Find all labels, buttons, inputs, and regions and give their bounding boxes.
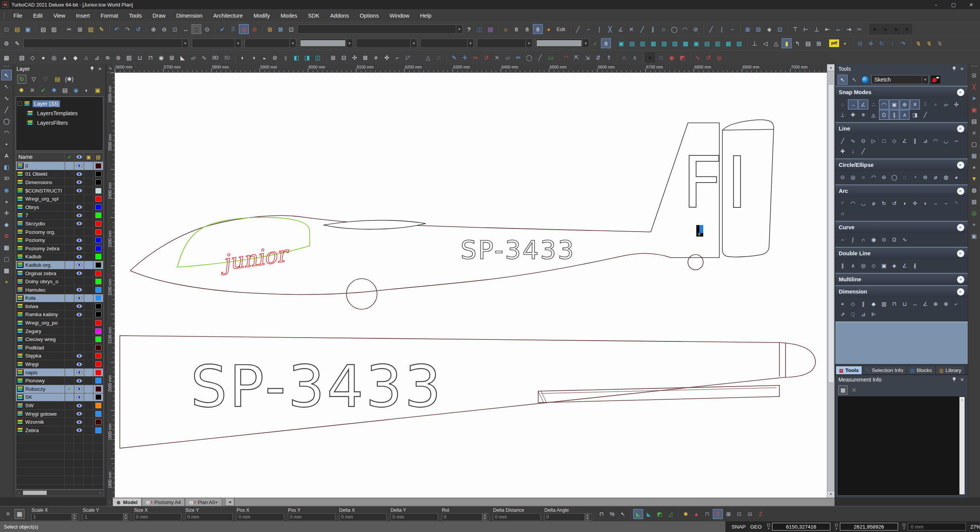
- scroll-down-icon[interactable]: ▼: [827, 491, 835, 498]
- snap-tri-2[interactable]: ◣: [644, 509, 654, 519]
- wp-grid[interactable]: ⊞: [814, 38, 824, 48]
- snap-no-snap[interactable]: ◌: [838, 100, 848, 109]
- sketch-circle[interactable]: ◯: [669, 24, 679, 34]
- percent-lock[interactable]: %: [607, 509, 617, 519]
- layer-active-check[interactable]: [65, 302, 74, 310]
- layer-filter[interactable]: ▽: [29, 75, 38, 84]
- erase-red[interactable]: ╳: [969, 81, 980, 92]
- circle-concentric[interactable]: ◎: [848, 172, 858, 182]
- dim-rotated[interactable]: ◆: [869, 299, 879, 309]
- coordinate-field[interactable]: x 6150,327416: [766, 523, 830, 530]
- name-column-header[interactable]: Name: [16, 154, 65, 160]
- layer-color-cell[interactable]: [93, 319, 103, 327]
- snap-center[interactable]: ⊕: [900, 100, 910, 109]
- circle-quarter[interactable]: ◔: [910, 172, 920, 182]
- prim-torus[interactable]: ◆: [70, 52, 80, 62]
- style-combo[interactable]: ▼: [23, 39, 189, 48]
- snap-intersection[interactable]: ✕: [910, 100, 920, 109]
- snap-tangent[interactable]: ✚: [848, 110, 858, 120]
- layer-active-check[interactable]: [65, 236, 74, 244]
- dim-parallel[interactable]: ◇: [848, 299, 858, 309]
- layer-active-check[interactable]: [65, 253, 74, 261]
- sheet-tab[interactable]: ▤2 Plan A0+: [185, 498, 222, 506]
- layer-lock-toggle[interactable]: [84, 178, 93, 186]
- cursor-black[interactable]: ➤: [645, 52, 655, 62]
- layer-active-check[interactable]: [65, 178, 74, 186]
- layer-active-check[interactable]: [65, 261, 74, 269]
- layer-visibility-toggle[interactable]: [74, 393, 84, 401]
- layer-active-check[interactable]: [65, 294, 74, 302]
- dark-shape[interactable]: ■: [969, 127, 980, 138]
- layer-select[interactable]: ✱: [50, 86, 59, 95]
- corner-tool[interactable]: ⌐: [392, 52, 402, 62]
- prim-panel[interactable]: ▥: [124, 52, 134, 62]
- array-path[interactable]: ⊠: [360, 52, 370, 62]
- workplane-5[interactable]: ▧: [659, 38, 669, 48]
- layer-active-check[interactable]: [65, 245, 74, 253]
- layer-active-check[interactable]: [65, 369, 74, 377]
- dim-incremental[interactable]: ↔: [910, 299, 920, 309]
- scrollbar-thumb[interactable]: [23, 491, 47, 495]
- render-tool[interactable]: ●: [1, 196, 12, 207]
- arc-rotate[interactable]: ↻: [879, 198, 889, 208]
- layer-visibility-toggle[interactable]: [74, 277, 84, 286]
- array-entity[interactable]: ⊡: [775, 24, 785, 34]
- open-file[interactable]: ▤: [12, 24, 22, 34]
- layer-visibility-toggle[interactable]: [74, 327, 84, 335]
- layer-row[interactable]: Żebra: [16, 426, 103, 435]
- mirror-entity[interactable]: ◈: [764, 24, 774, 34]
- smooth-arc[interactable]: ∩: [619, 52, 629, 62]
- menu-item[interactable]: Addons: [325, 13, 354, 19]
- zoom-in[interactable]: ⊕: [149, 24, 158, 34]
- quick-render[interactable]: ↯: [913, 38, 923, 48]
- loop-red[interactable]: ↺: [703, 52, 713, 62]
- point-tool[interactable]: •: [1, 139, 12, 149]
- edit-circle[interactable]: ◯: [524, 52, 534, 62]
- zoom-window[interactable]: ↔: [181, 24, 191, 34]
- layer-active-check[interactable]: [65, 170, 74, 178]
- layer-lock-toggle[interactable]: [84, 236, 93, 244]
- dim-datum[interactable]: ▥: [879, 299, 889, 309]
- dline-circle[interactable]: ◎: [858, 261, 868, 271]
- snap-divide[interactable]: ✣: [951, 100, 961, 109]
- gray-sphere[interactable]: ●: [969, 162, 980, 172]
- layer-palette[interactable]: ▤: [53, 75, 62, 84]
- layer-active-check[interactable]: [65, 360, 74, 368]
- layer-row[interactable]: SK: [16, 393, 103, 402]
- layer-row[interactable]: Roboczy ✔: [16, 385, 103, 393]
- arc-tool[interactable]: ◠: [1, 127, 12, 138]
- circle-center-radius[interactable]: ⊙: [838, 172, 848, 182]
- axis-checkbox[interactable]: [767, 524, 770, 526]
- line-irregular-polygon[interactable]: ⊿: [920, 136, 930, 146]
- tab-bar-grip[interactable]: ⁞: [106, 498, 113, 506]
- snap-line[interactable]: ╱: [920, 110, 930, 120]
- node-swap[interactable]: ⇵: [593, 52, 603, 62]
- node-move-2[interactable]: ⇲: [582, 52, 592, 62]
- scroll-left-icon[interactable]: ‹: [16, 491, 22, 495]
- apply-check[interactable]: ✓: [590, 38, 600, 48]
- extrude[interactable]: ∿: [199, 52, 209, 62]
- section-header[interactable]: Double Line «: [835, 248, 968, 259]
- save-file[interactable]: ▣: [23, 24, 33, 34]
- dim-oblique[interactable]: ∥: [858, 299, 868, 309]
- layer-color-cell[interactable]: [93, 335, 103, 343]
- layer-lock-toggle[interactable]: [84, 228, 93, 236]
- target-tool[interactable]: ⌖: [1, 276, 12, 287]
- layer-color-cell[interactable]: [93, 311, 103, 319]
- workplane-7[interactable]: ▩: [681, 38, 691, 48]
- pen-color-combo[interactable]: ▼: [299, 39, 353, 48]
- collapse-icon[interactable]: «: [957, 125, 964, 132]
- layer-row[interactable]: 0: [16, 162, 103, 170]
- layer-row[interactable]: Wregi_org_po: [16, 319, 103, 327]
- field-input[interactable]: 1 ▲▼: [83, 513, 130, 521]
- layer-active-check[interactable]: [65, 269, 74, 277]
- layer-row[interactable]: Kadłub org.: [16, 261, 103, 269]
- tree-expander-icon[interactable]: -: [18, 101, 22, 106]
- close-icon[interactable]: ✕: [959, 66, 965, 72]
- snap-grid[interactable]: ⠿: [920, 100, 930, 109]
- lineweight-combo[interactable]: ▼: [356, 39, 417, 48]
- dline-offset[interactable]: ∦: [910, 261, 920, 271]
- layer-tree-root[interactable]: - Layer (33): [18, 99, 101, 108]
- workplane-9[interactable]: ▤: [702, 38, 712, 48]
- edit-line[interactable]: ╱: [535, 52, 545, 62]
